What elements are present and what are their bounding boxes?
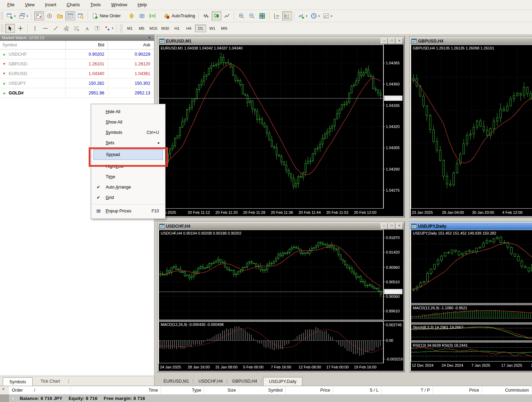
market-watch-titlebar[interactable]: Market Watch: 12:02:13 × [0,35,154,41]
market-watch-row-eurusd[interactable]: ▼EURUSD1.043401.04361 [0,69,154,79]
new-order-button[interactable]: New Order [90,11,122,20]
restore-button[interactable]: □ [388,38,395,44]
line-chart-button[interactable] [222,11,232,20]
terminal-column-price-2[interactable]: Price [433,386,482,394]
terminal-column-s-l[interactable]: S / L [333,386,382,394]
templates-button[interactable]: ▾ [322,11,334,20]
terminal-column-price[interactable]: Price [286,386,333,394]
menu-file[interactable]: File [2,0,20,9]
restore-button[interactable]: □ [388,223,395,229]
text-tool[interactable]: A [82,24,92,33]
menu-charts[interactable]: Charts [61,0,85,9]
market-watch-row-gbpusd[interactable]: ▼GBPUSD1.261011.26120 [0,59,154,69]
timeframe-mn[interactable]: MN [219,25,230,32]
menu-item-auto-arrange[interactable]: ✔Auto Arrange [91,182,165,192]
menu-item-grid[interactable]: ✔Grid [91,192,165,203]
chart-window-titlebar[interactable]: EURUSD,M1–□× [158,37,404,45]
chart-canvas-gbpusd[interactable]: GBPUSD,H4 1.26135 1.26135 1.26098 1.2610… [411,45,532,216]
close-icon[interactable]: × [147,35,152,40]
metaeditor-button[interactable] [137,11,147,20]
market-watch-row-gold[interactable]: ▲GOLD#2951.962952.13 [0,88,154,98]
close-button[interactable]: × [396,223,403,229]
arrows-tool[interactable]: ▾ [103,24,115,33]
timeframe-h1[interactable]: H1 [171,25,183,32]
tab-tick-chart[interactable]: Tick Chart [34,377,67,386]
terminal-toggle[interactable] [65,11,75,20]
crosshair-tool[interactable] [16,24,25,33]
chart-canvas-usdchf[interactable]: 0.918700.914200.909600.905100.900600.896… [159,230,404,371]
menu-item-show-all[interactable]: Show All [91,117,165,127]
chart-tab-eurusd-m1[interactable]: EURUSD,M1 [160,377,193,386]
menu-insert[interactable]: Insert [40,0,62,9]
chevron-down-icon[interactable]: ▾ [112,27,113,30]
menu-item-hide-all[interactable]: Hide All [91,107,165,117]
timeframe-w1[interactable]: W1 [207,25,218,32]
market-watch-row-usdjpy[interactable]: ▲USDJPY150.282150.302 [0,79,154,88]
tab-symbols[interactable]: Symbols [3,377,33,386]
column-header-bid[interactable]: Bid [66,41,108,49]
menu-item-popup-prices[interactable]: Popup PricesF10 [91,206,165,216]
horizontal-line-tool[interactable] [41,24,50,33]
signals-button[interactable] [148,11,157,20]
market-watch-toggle[interactable] [34,11,44,20]
menu-view[interactable]: View [20,0,40,9]
timeframe-m5[interactable]: M5 [136,25,147,32]
trendline-tool[interactable] [51,24,61,33]
new-chart-button[interactable]: ▾ [5,11,17,20]
timeframe-m15[interactable]: M15 [148,25,159,32]
chart-window-titlebar[interactable]: USDJPY,Daily [410,222,532,230]
history-center-button[interactable] [55,11,65,20]
zoom-in-button[interactable] [237,11,246,20]
terminal-column-type[interactable]: Type [161,386,204,394]
column-header-symbol[interactable]: Symbol [0,41,66,49]
chart-tab-gbpusd-h4[interactable]: GBPUSD,H4 [229,377,260,386]
autotrading-toggle[interactable]: AutoTrading [162,11,196,20]
chevron-down-icon[interactable]: ▾ [331,15,332,18]
label-tool[interactable]: T [92,24,102,33]
chart-window-titlebar[interactable]: USDCHF,H4–□× [158,222,404,230]
fibonacci-tool[interactable]: F [72,24,81,33]
close-icon[interactable]: × [2,387,5,392]
cursor-tool[interactable] [5,24,15,33]
tile-windows-button[interactable] [257,11,267,20]
metaquotes-community-button[interactable] [127,11,136,20]
candle-chart-button[interactable] [212,11,221,20]
periods-button[interactable]: ▾ [309,11,321,20]
chart-canvas-eurusd[interactable]: 1.043651.043501.043351.043201.043051.042… [159,45,404,216]
menu-help[interactable]: Help [132,0,152,9]
minimize-button[interactable]: – [381,38,388,44]
chart-tab-usdchf-h4[interactable]: USDCHF,H4 [195,377,226,386]
timeframe-m30[interactable]: M30 [160,25,171,32]
menu-item-symbols[interactable]: SymbolsCtrl+U [91,127,165,138]
sort-indicator[interactable]: / [34,388,35,393]
timeframe-h4[interactable]: H4 [183,25,194,32]
terminal-column-t-p[interactable]: T / P [382,386,433,394]
terminal-column-size[interactable]: Size [204,386,239,394]
chevron-down-icon[interactable]: ▾ [318,15,320,18]
column-header-ask[interactable]: Ask [108,41,154,49]
terminal-column-symbol[interactable]: Symbol [239,386,286,394]
terminal-column-commission[interactable]: Commission [482,386,532,394]
market-watch-row-usdchf[interactable]: ▲USDCHF0.902020.90229 [0,49,154,59]
menu-tools[interactable]: Tools [85,0,106,9]
close-button[interactable]: × [396,38,403,44]
timeframe-m1[interactable]: M1 [124,25,135,32]
menu-window[interactable]: Window [106,0,132,9]
terminal-column-time[interactable]: Time [71,386,161,394]
menu-item-sets[interactable]: Sets► [91,138,165,148]
auto-scroll-toggle[interactable] [272,11,282,20]
indicators-button[interactable]: ▾ [297,11,309,20]
minimize-button[interactable]: – [381,223,388,229]
zoom-out-button[interactable] [247,11,257,20]
chart-canvas-usdjpy[interactable]: USDJPY,Daily 151.452 151.452 149.939 150… [411,230,532,371]
menu-item-time[interactable]: Time [91,172,165,182]
strategy-tester-button[interactable] [76,11,86,20]
profiles-button[interactable]: ▾ [18,11,29,20]
chevron-down-icon[interactable]: ▾ [14,15,16,18]
chevron-down-icon[interactable]: ▾ [27,15,28,18]
channel-tool[interactable]: E [61,24,71,33]
terminal-column-order[interactable]: Order/ [9,386,71,394]
vertical-line-tool[interactable] [30,24,40,33]
bar-chart-button[interactable] [201,11,211,20]
chart-shift-toggle[interactable] [282,11,292,20]
